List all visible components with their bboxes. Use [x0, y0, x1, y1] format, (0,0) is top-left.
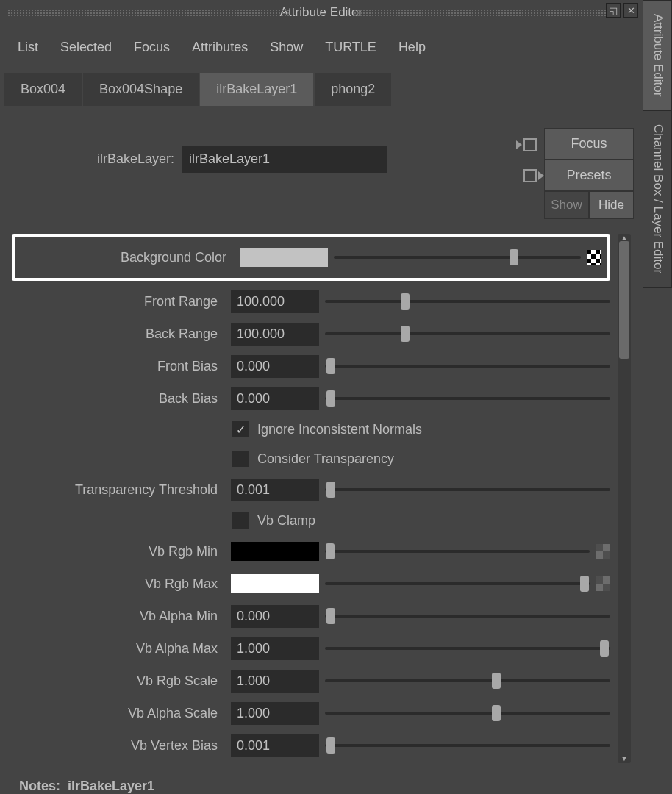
vb-rgb-min-map-button[interactable] [596, 544, 610, 559]
vb-alpha-min-slider[interactable] [325, 607, 610, 626]
transparency-threshold-label: Transparency Threshold [12, 482, 225, 498]
front-bias-input[interactable] [231, 355, 319, 378]
node-name-input[interactable] [182, 146, 387, 173]
menu-list[interactable]: List [18, 40, 38, 55]
titlebar-grip-right [354, 9, 606, 16]
tab-ilrbakelayer1[interactable]: ilrBakeLayer1 [200, 73, 313, 106]
back-bias-label: Back Bias [12, 391, 225, 407]
notes-section: Notes: ilrBakeLayer1 [4, 768, 638, 794]
background-color-map-button[interactable] [587, 250, 601, 265]
scroll-thumb[interactable] [619, 241, 629, 359]
titlebar: Attribute Editor ◱ ✕ [0, 0, 643, 25]
menu-focus[interactable]: Focus [134, 40, 170, 55]
vb-rgb-max-map-button[interactable] [596, 576, 610, 591]
consider-transparency-checkbox[interactable] [232, 451, 249, 467]
back-range-label: Back Range [12, 326, 225, 342]
attribute-list: Background Color Front Range Back Range [12, 234, 615, 763]
vb-alpha-max-slider[interactable] [325, 639, 610, 658]
sidebar-tab-attribute-editor[interactable]: Attribute Editor [643, 0, 672, 110]
tab-phong2[interactable]: phong2 [315, 73, 391, 106]
vb-vertex-bias-input[interactable] [231, 734, 319, 757]
back-range-input[interactable] [231, 323, 319, 346]
vb-alpha-scale-label: Vb Alpha Scale [12, 706, 225, 721]
node-header: ilrBakeLayer: Focus Presets Show Hide [4, 121, 638, 234]
titlebar-grip-left [7, 9, 289, 16]
output-connections-icon[interactable] [519, 169, 537, 185]
tab-box004shape[interactable]: Box004Shape [83, 73, 199, 106]
vb-rgb-max-slider[interactable] [325, 574, 590, 593]
vb-rgb-max-label: Vb Rgb Max [12, 576, 225, 592]
vb-rgb-max-swatch[interactable] [231, 574, 319, 593]
content-area: ilrBakeLayer: Focus Presets Show Hide [0, 106, 643, 794]
hide-button[interactable]: Hide [589, 191, 634, 219]
highlighted-attribute: Background Color [12, 234, 610, 281]
input-connections-icon[interactable] [519, 138, 537, 154]
close-icon[interactable]: ✕ [623, 3, 638, 18]
vertical-scrollbar[interactable]: ▲ ▼ [618, 234, 631, 763]
front-range-label: Front Range [12, 294, 225, 310]
vb-alpha-min-label: Vb Alpha Min [12, 609, 225, 624]
menu-help[interactable]: Help [398, 40, 426, 55]
front-bias-label: Front Bias [12, 359, 225, 374]
menu-show[interactable]: Show [270, 40, 303, 55]
vb-rgb-min-label: Vb Rgb Min [12, 544, 225, 559]
vb-clamp-checkbox[interactable] [232, 512, 249, 529]
vb-rgb-scale-label: Vb Rgb Scale [12, 673, 225, 689]
menu-attributes[interactable]: Attributes [192, 40, 248, 55]
vb-alpha-max-label: Vb Alpha Max [12, 641, 225, 657]
front-range-input[interactable] [231, 290, 319, 313]
background-color-label: Background Color [21, 250, 234, 265]
front-range-slider[interactable] [325, 292, 610, 311]
show-button[interactable]: Show [544, 191, 589, 219]
panel-title: Attribute Editor [280, 5, 362, 20]
vb-vertex-bias-slider[interactable] [325, 736, 610, 755]
right-sidebar-tabs: Attribute Editor Channel Box / Layer Edi… [643, 0, 672, 794]
vb-alpha-min-input[interactable] [231, 605, 319, 628]
menubar: List Selected Focus Attributes Show TURT… [0, 25, 643, 73]
vb-alpha-max-input[interactable] [231, 637, 319, 660]
ignore-inconsistent-normals-checkbox[interactable] [232, 421, 249, 437]
vb-rgb-scale-slider[interactable] [325, 671, 610, 690]
back-bias-slider[interactable] [325, 389, 610, 408]
scroll-down-icon[interactable]: ▼ [618, 753, 631, 763]
ignore-inconsistent-normals-label: Ignore Inconsistent Normals [257, 422, 422, 437]
front-bias-slider[interactable] [325, 357, 610, 376]
back-bias-input[interactable] [231, 387, 319, 410]
vb-clamp-label: Vb Clamp [257, 513, 315, 529]
back-range-slider[interactable] [325, 324, 610, 343]
sidebar-tab-channel-box[interactable]: Channel Box / Layer Editor [643, 110, 672, 287]
menu-turtle[interactable]: TURTLE [325, 40, 376, 55]
presets-button[interactable]: Presets [544, 160, 634, 191]
background-color-swatch[interactable] [240, 248, 328, 267]
tab-box004[interactable]: Box004 [4, 73, 82, 106]
menu-selected[interactable]: Selected [60, 40, 112, 55]
vb-rgb-scale-input[interactable] [231, 670, 319, 693]
transparency-threshold-input[interactable] [231, 479, 319, 501]
notes-node-name: ilrBakeLayer1 [68, 779, 154, 793]
restore-icon[interactable]: ◱ [606, 3, 621, 18]
vb-rgb-min-slider[interactable] [325, 542, 590, 561]
notes-label: Notes: [19, 779, 60, 793]
vb-rgb-min-swatch[interactable] [231, 542, 319, 561]
background-color-slider[interactable] [334, 248, 581, 267]
vb-vertex-bias-label: Vb Vertex Bias [12, 738, 225, 754]
node-tabs: Box004 Box004Shape ilrBakeLayer1 phong2 [0, 73, 643, 106]
transparency-threshold-slider[interactable] [325, 480, 610, 499]
consider-transparency-label: Consider Transparency [257, 451, 394, 467]
vb-alpha-scale-slider[interactable] [325, 704, 610, 723]
focus-button[interactable]: Focus [544, 128, 634, 160]
main-panel: Attribute Editor ◱ ✕ List Selected Focus… [0, 0, 643, 794]
node-type-label: ilrBakeLayer: [97, 151, 174, 167]
vb-alpha-scale-input[interactable] [231, 702, 319, 725]
